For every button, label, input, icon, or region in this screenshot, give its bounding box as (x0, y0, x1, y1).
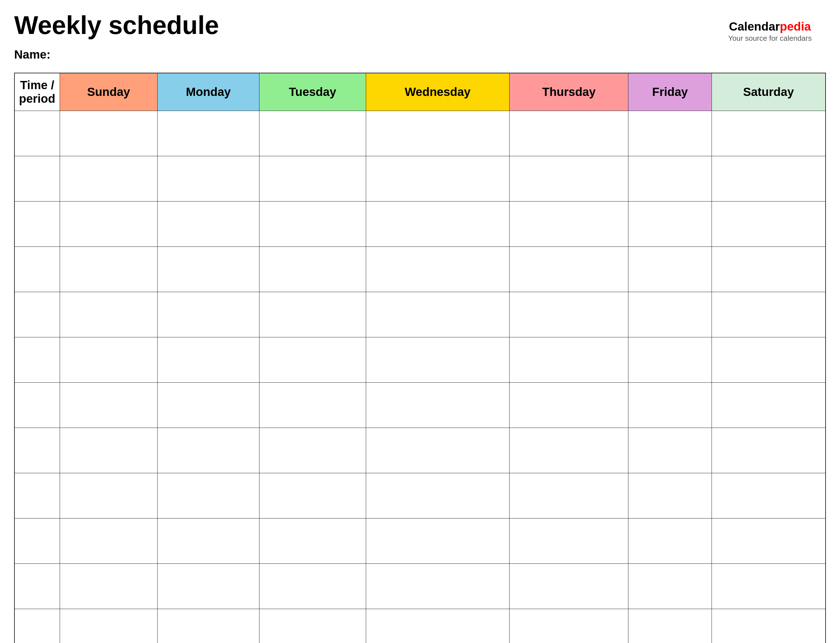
day-cell[interactable] (259, 247, 366, 292)
time-cell[interactable] (15, 428, 60, 473)
day-cell[interactable] (366, 337, 510, 383)
day-cell[interactable] (259, 337, 366, 383)
time-cell[interactable] (15, 609, 60, 643)
time-cell[interactable] (15, 111, 60, 156)
day-cell[interactable] (158, 247, 259, 292)
day-cell[interactable] (510, 337, 628, 383)
day-cell[interactable] (60, 519, 158, 564)
day-cell[interactable] (158, 473, 259, 519)
day-cell[interactable] (60, 247, 158, 292)
day-cell[interactable] (366, 519, 510, 564)
day-cell[interactable] (628, 292, 711, 337)
day-cell[interactable] (366, 111, 510, 156)
day-cell[interactable] (158, 564, 259, 609)
day-cell[interactable] (510, 428, 628, 473)
day-cell[interactable] (510, 473, 628, 519)
day-cell[interactable] (366, 609, 510, 643)
day-cell[interactable] (158, 156, 259, 201)
day-cell[interactable] (60, 337, 158, 383)
day-cell[interactable] (366, 156, 510, 201)
day-cell[interactable] (60, 609, 158, 643)
day-cell[interactable] (628, 609, 711, 643)
day-cell[interactable] (711, 609, 825, 643)
day-cell[interactable] (510, 564, 628, 609)
time-cell[interactable] (15, 337, 60, 383)
day-cell[interactable] (510, 201, 628, 247)
day-cell[interactable] (60, 201, 158, 247)
day-cell[interactable] (366, 201, 510, 247)
day-cell[interactable] (158, 292, 259, 337)
time-cell[interactable] (15, 201, 60, 247)
day-cell[interactable] (259, 292, 366, 337)
day-cell[interactable] (628, 156, 711, 201)
day-cell[interactable] (366, 247, 510, 292)
day-cell[interactable] (628, 111, 711, 156)
time-cell[interactable] (15, 473, 60, 519)
day-cell[interactable] (711, 428, 825, 473)
day-cell[interactable] (259, 473, 366, 519)
table-row (15, 292, 825, 337)
day-cell[interactable] (711, 473, 825, 519)
day-cell[interactable] (628, 519, 711, 564)
day-cell[interactable] (628, 201, 711, 247)
day-cell[interactable] (628, 473, 711, 519)
day-cell[interactable] (510, 111, 628, 156)
day-cell[interactable] (366, 428, 510, 473)
day-cell[interactable] (510, 609, 628, 643)
day-cell[interactable] (711, 337, 825, 383)
day-cell[interactable] (711, 383, 825, 428)
day-cell[interactable] (711, 519, 825, 564)
day-cell[interactable] (711, 564, 825, 609)
day-cell[interactable] (60, 473, 158, 519)
day-cell[interactable] (711, 111, 825, 156)
day-cell[interactable] (259, 519, 366, 564)
table-row (15, 519, 825, 564)
day-cell[interactable] (711, 247, 825, 292)
day-cell[interactable] (60, 111, 158, 156)
day-cell[interactable] (158, 201, 259, 247)
day-cell[interactable] (60, 383, 158, 428)
day-cell[interactable] (510, 156, 628, 201)
day-cell[interactable] (628, 383, 711, 428)
time-cell[interactable] (15, 519, 60, 564)
day-cell[interactable] (366, 383, 510, 428)
day-cell[interactable] (366, 473, 510, 519)
day-cell[interactable] (711, 156, 825, 201)
day-cell[interactable] (158, 519, 259, 564)
time-cell[interactable] (15, 383, 60, 428)
day-cell[interactable] (259, 383, 366, 428)
time-cell[interactable] (15, 156, 60, 201)
day-cell[interactable] (60, 292, 158, 337)
day-cell[interactable] (259, 564, 366, 609)
day-cell[interactable] (510, 247, 628, 292)
day-cell[interactable] (158, 111, 259, 156)
day-cell[interactable] (628, 247, 711, 292)
day-cell[interactable] (628, 428, 711, 473)
day-cell[interactable] (628, 564, 711, 609)
day-cell[interactable] (711, 201, 825, 247)
time-cell[interactable] (15, 247, 60, 292)
day-cell[interactable] (510, 383, 628, 428)
day-cell[interactable] (628, 337, 711, 383)
day-cell[interactable] (259, 201, 366, 247)
day-cell[interactable] (510, 519, 628, 564)
day-cell[interactable] (259, 609, 366, 643)
day-cell[interactable] (510, 292, 628, 337)
header-monday: Monday (158, 73, 259, 111)
day-cell[interactable] (711, 292, 825, 337)
day-cell[interactable] (259, 428, 366, 473)
day-cell[interactable] (158, 383, 259, 428)
day-cell[interactable] (60, 564, 158, 609)
day-cell[interactable] (366, 292, 510, 337)
day-cell[interactable] (60, 156, 158, 201)
day-cell[interactable] (158, 428, 259, 473)
day-cell[interactable] (158, 609, 259, 643)
day-cell[interactable] (366, 564, 510, 609)
brand-calendar: Calendar (729, 20, 780, 33)
time-cell[interactable] (15, 564, 60, 609)
day-cell[interactable] (158, 337, 259, 383)
time-cell[interactable] (15, 292, 60, 337)
day-cell[interactable] (259, 156, 366, 201)
day-cell[interactable] (60, 428, 158, 473)
day-cell[interactable] (259, 111, 366, 156)
